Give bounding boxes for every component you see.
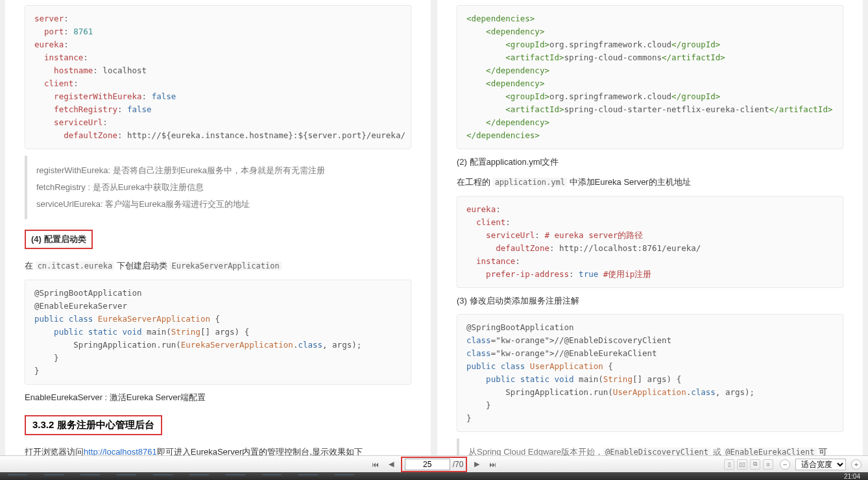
heading-332: 3.3.2 服务注册中心管理后台 bbox=[25, 415, 162, 435]
page-indicator-highlight: /70 bbox=[401, 457, 468, 472]
page-total-label: /70 bbox=[453, 460, 464, 469]
taskbar-app-icon[interactable] bbox=[226, 474, 245, 478]
heading-config-yml: (2) 配置application.yml文件 bbox=[457, 156, 843, 169]
code-block-java-eureka-server: @SpringBootApplication @EnableEurekaServ… bbox=[25, 280, 411, 385]
taskbar-app-icon[interactable] bbox=[8, 474, 27, 478]
paragraph-add-eureka-host: 在工程的 application.yml 中添加Eureka Server的主机… bbox=[457, 176, 843, 189]
document-viewer: server: port: 8761 eureka: instance: hos… bbox=[0, 0, 868, 455]
page-number-input[interactable] bbox=[405, 459, 450, 470]
link-localhost[interactable]: http://localhost8761 bbox=[84, 447, 157, 455]
code-block-yaml-eureka-client: eureka: client: serviceUrl: # eureka ser… bbox=[457, 196, 843, 288]
last-page-button[interactable]: ⏭ bbox=[487, 459, 498, 470]
paragraph-enable-eureka: EnableEurekaServer : 激活Eureka Server端配置 bbox=[25, 391, 411, 405]
view-single-icon[interactable]: ▯ bbox=[724, 459, 734, 470]
taskbar-app-icon[interactable] bbox=[44, 474, 64, 478]
heading-modify-startup: (3) 修改启动类添加服务注册注解 bbox=[457, 294, 843, 308]
paragraph-browser-access: 打开浏览器访问http://localhost8761即可进入EurekaSer… bbox=[25, 446, 411, 455]
quote-register-eureka: registerWithEureka: 是否将自己注册到Eureka服务中，本身… bbox=[25, 156, 411, 219]
quote-edgware: 从Spring Cloud Edgware版本开始，@EnableDiscove… bbox=[457, 438, 843, 455]
taskbar-clock: 21:04 bbox=[844, 473, 860, 480]
view-book-icon[interactable]: ⧉ bbox=[750, 459, 760, 470]
view-continuous-icon[interactable]: ≡ bbox=[763, 459, 773, 470]
taskbar-app-icon[interactable] bbox=[262, 474, 282, 478]
heading-332-text: 3.3.2 服务注册中心管理后台 bbox=[32, 419, 154, 431]
taskbar-app-icon[interactable] bbox=[335, 474, 354, 478]
code-block-xml-dependencies: <dependencies> <dependency> <groupId>org… bbox=[457, 5, 843, 149]
pdf-toolbar: ⏮ ◀ /70 ▶ ⏭ ▯ ▯▯ ⧉ ≡ − 适合宽度 + bbox=[0, 455, 868, 472]
taskbar-app-icon[interactable] bbox=[117, 474, 136, 478]
taskbar-app-icon[interactable] bbox=[298, 474, 318, 478]
taskbar-app-icon[interactable] bbox=[80, 474, 100, 478]
taskbar-apps bbox=[8, 474, 354, 478]
zoom-in-button[interactable]: + bbox=[851, 459, 862, 470]
next-page-button[interactable]: ▶ bbox=[471, 459, 483, 470]
code-block-java-user-app: @SpringBootApplication class="kw-orange"… bbox=[457, 314, 843, 432]
code-block-yaml-server: server: port: 8761 eureka: instance: hos… bbox=[25, 5, 411, 149]
view-facing-icon[interactable]: ▯▯ bbox=[737, 459, 747, 470]
view-controls: ▯ ▯▯ ⧉ ≡ − 适合宽度 + bbox=[724, 459, 862, 470]
heading-text: (4) 配置启动类 bbox=[31, 234, 86, 244]
first-page-button[interactable]: ⏮ bbox=[370, 459, 381, 470]
heading-config-startup: (4) 配置启动类 bbox=[25, 230, 93, 249]
paragraph-create-class: 在 cn.itcast.eureka 下创建启动类 EurekaServerAp… bbox=[25, 259, 411, 273]
prev-page-button[interactable]: ◀ bbox=[385, 459, 397, 470]
zoom-level-select[interactable]: 适合宽度 bbox=[795, 459, 846, 470]
page-right: <dependencies> <dependency> <groupId>org… bbox=[437, 0, 863, 455]
os-taskbar: 21:04 bbox=[0, 472, 868, 480]
zoom-out-button[interactable]: − bbox=[780, 459, 790, 470]
taskbar-app-icon[interactable] bbox=[153, 474, 173, 478]
page-left: server: port: 8761 eureka: instance: hos… bbox=[5, 0, 431, 455]
page-navigation: ⏮ ◀ /70 ▶ ⏭ bbox=[370, 457, 499, 472]
taskbar-app-icon[interactable] bbox=[189, 474, 209, 478]
